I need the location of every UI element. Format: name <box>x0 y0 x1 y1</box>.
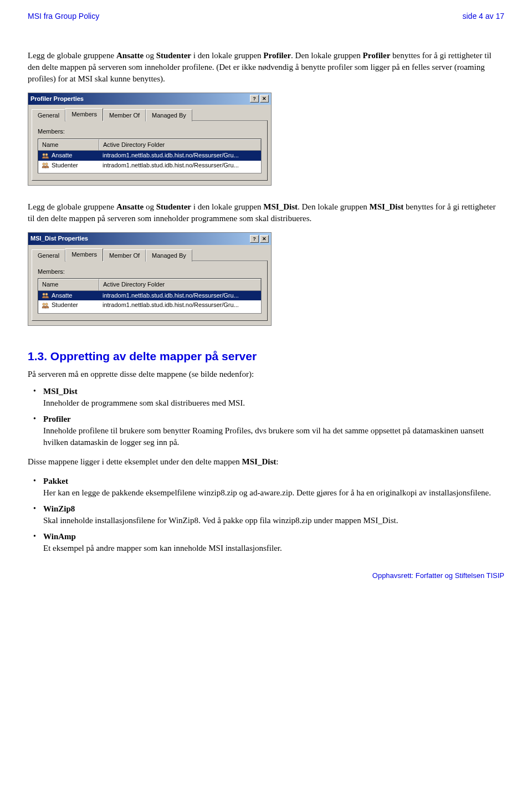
item-body: Et eksempel på andre mapper som kan inne… <box>43 544 282 553</box>
col-folder[interactable]: Active Directory Folder <box>99 279 261 290</box>
msidist-properties-dialog: MSI_Dist Properties ? ✕ General Members … <box>28 232 272 326</box>
titlebar: MSI_Dist Properties ? ✕ <box>28 233 271 244</box>
section-heading-1-3: 1.3. Oppretting av delte mapper på serve… <box>28 348 504 364</box>
item-body: Inneholde profilene til brukere som beny… <box>43 426 484 447</box>
footer-copyright: Opphavsrett: Forfatter og Stiftelsen TIS… <box>28 571 504 581</box>
tab-managed-by[interactable]: Managed By <box>146 109 192 121</box>
list-item: Profiler Inneholde profilene til brukere… <box>28 413 504 448</box>
col-name[interactable]: Name <box>38 279 99 290</box>
members-label: Members: <box>38 127 262 136</box>
tab-members[interactable]: Members <box>65 248 103 261</box>
svg-point-3 <box>45 163 48 165</box>
row-folder: intradom1.nettlab.stud.idb.hist.no/Ressu… <box>99 291 261 300</box>
list-item[interactable]: Ansatte intradom1.nettlab.stud.idb.hist.… <box>38 291 261 300</box>
tabstrip: General Members Member Of Managed By <box>28 245 271 260</box>
list-item: WinAmp Et eksempel på andre mapper som k… <box>28 531 504 554</box>
row-name: Studenter <box>52 301 78 309</box>
members-label: Members: <box>38 268 262 276</box>
svg-point-2 <box>43 163 45 165</box>
dialog-title: MSI_Dist Properties <box>30 234 88 243</box>
group-icon <box>42 152 49 159</box>
item-title: WinZip8 <box>43 503 504 515</box>
dialog-title: Profiler Properties <box>30 95 84 103</box>
list-item: WinZip8 Skal inneholde installasjonsfile… <box>28 503 504 526</box>
list-item[interactable]: Studenter intradom1.nettlab.stud.idb.his… <box>38 300 261 310</box>
list-item[interactable]: Studenter intradom1.nettlab.stud.idb.his… <box>38 161 261 170</box>
tabstrip: General Members Member Of Managed By <box>28 105 271 120</box>
svg-point-4 <box>43 293 45 295</box>
row-folder: intradom1.nettlab.stud.idb.hist.no/Ressu… <box>99 161 261 170</box>
tab-members[interactable]: Members <box>65 108 103 121</box>
tab-body: Members: Name Active Directory Folder An… <box>32 120 268 181</box>
listview-body: Ansatte intradom1.nettlab.stud.idb.hist.… <box>38 151 261 173</box>
titlebar-buttons: ? ✕ <box>250 95 269 103</box>
section-intro: På serveren må en opprette disse delte m… <box>28 369 504 380</box>
svg-point-6 <box>43 303 45 305</box>
row-name: Ansatte <box>52 291 72 300</box>
item-body: Inneholder de programmene som skal distr… <box>43 398 245 407</box>
close-button[interactable]: ✕ <box>260 235 269 243</box>
svg-point-5 <box>45 293 48 295</box>
header-left: MSI fra Group Policy <box>28 11 99 22</box>
list-item: MSI_Dist Inneholder de programmene som s… <box>28 386 504 409</box>
profiler-properties-dialog: Profiler Properties ? ✕ General Members … <box>28 93 272 186</box>
titlebar: Profiler Properties ? ✕ <box>28 93 271 105</box>
tab-general[interactable]: General <box>32 249 65 262</box>
svg-point-7 <box>45 303 48 305</box>
row-folder: intradom1.nettlab.stud.idb.hist.no/Ressu… <box>99 300 261 310</box>
item-title: Pakket <box>43 475 504 487</box>
header-right: side 4 av 17 <box>463 11 505 22</box>
help-button[interactable]: ? <box>250 95 259 103</box>
members-listview[interactable]: Name Active Directory Folder Ansatte int… <box>38 139 262 173</box>
paragraph-msidist: Legg de globale gruppene Ansatte og Stud… <box>28 201 504 224</box>
group-icon <box>42 292 49 299</box>
listview-header: Name Active Directory Folder <box>38 139 261 151</box>
col-folder[interactable]: Active Directory Folder <box>99 139 261 150</box>
listview-body: Ansatte intradom1.nettlab.stud.idb.hist.… <box>38 291 261 313</box>
svg-point-1 <box>45 154 48 156</box>
tab-member-of[interactable]: Member Of <box>103 109 146 121</box>
listview-header: Name Active Directory Folder <box>38 279 261 290</box>
bullet-list-1: MSI_Dist Inneholder de programmene som s… <box>28 386 504 448</box>
titlebar-buttons: ? ✕ <box>250 235 269 243</box>
tab-member-of[interactable]: Member Of <box>103 249 146 262</box>
page-header: MSI fra Group Policy side 4 av 17 <box>28 11 504 22</box>
paragraph-profiler: Legg de globale gruppene Ansatte og Stud… <box>28 50 504 85</box>
bullet-list-2: Pakket Her kan en legge de pakkende ekse… <box>28 475 504 554</box>
group-icon <box>42 162 49 168</box>
members-listview[interactable]: Name Active Directory Folder Ansatte int… <box>38 278 262 313</box>
svg-point-0 <box>43 154 45 156</box>
list-item[interactable]: Ansatte intradom1.nettlab.stud.idb.hist.… <box>38 151 261 160</box>
help-button[interactable]: ? <box>250 235 259 243</box>
item-title: MSI_Dist <box>43 386 504 397</box>
item-title: WinAmp <box>43 531 504 543</box>
tab-general[interactable]: General <box>32 109 65 121</box>
col-name[interactable]: Name <box>38 139 99 150</box>
tab-managed-by[interactable]: Managed By <box>146 249 192 262</box>
item-body: Her kan en legge de pakkende eksempelfil… <box>43 488 491 497</box>
item-title: Profiler <box>43 413 504 425</box>
tab-body: Members: Name Active Directory Folder An… <box>32 260 268 321</box>
close-button[interactable]: ✕ <box>260 95 269 103</box>
list-item: Pakket Her kan en legge de pakkende ekse… <box>28 475 504 499</box>
mid-paragraph: Disse mappene ligger i dette eksemplet u… <box>28 456 504 468</box>
row-name: Ansatte <box>52 151 72 160</box>
group-icon <box>42 302 49 309</box>
item-body: Skal inneholde installasjonsfilene for W… <box>43 516 398 525</box>
row-name: Studenter <box>52 161 78 170</box>
row-folder: intradom1.nettlab.stud.idb.hist.no/Ressu… <box>99 151 261 160</box>
